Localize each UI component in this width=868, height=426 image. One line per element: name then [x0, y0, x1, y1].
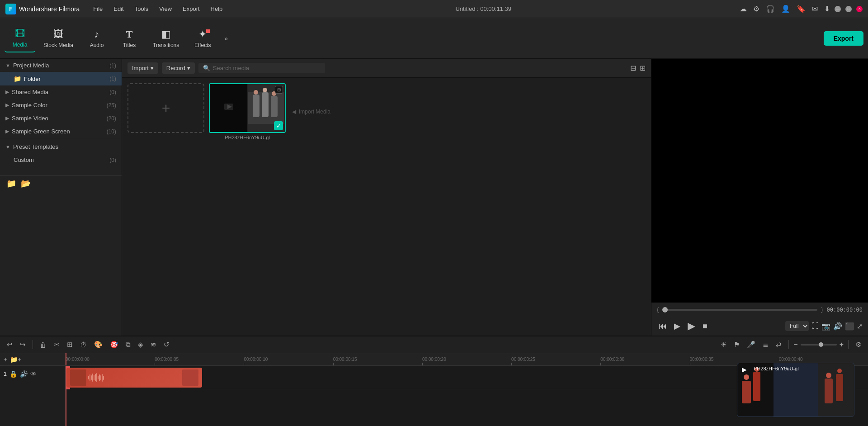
titles-icon: T: [126, 28, 133, 40]
play-button[interactable]: ▶: [672, 319, 682, 333]
audio-track-button[interactable]: ≣: [760, 339, 771, 350]
ruler-tick-1: [155, 363, 155, 365]
menu-view[interactable]: View: [155, 4, 176, 14]
mic-button[interactable]: 🎤: [745, 339, 758, 350]
filter-button[interactable]: ⊟: [630, 64, 636, 72]
step-back-button[interactable]: ⏮: [657, 320, 669, 333]
render-button[interactable]: ⬛: [845, 321, 854, 331]
account-icon[interactable]: 👤: [781, 5, 790, 13]
zoom-slider[interactable]: [801, 344, 837, 346]
retimer-button[interactable]: ↺: [161, 339, 172, 350]
timeline-toolbar: ↩ ↪ 🗑 ✂ ⊞ ⏱ 🎨 🎯 ⧉ ◈ ≋ ↺ ☀ ⚑ 🎤 ≣ ⇄ − + ⚙: [0, 336, 868, 353]
redo-button[interactable]: ↪: [18, 339, 28, 350]
delete-button[interactable]: 🗑: [38, 340, 49, 350]
settings-timeline-button[interactable]: ⚙: [853, 339, 863, 350]
visibility-icon[interactable]: 👁: [30, 370, 37, 378]
audio-button[interactable]: 🔊: [833, 321, 842, 331]
toolbar-stock-media[interactable]: 🖼 Stock Media: [37, 25, 80, 52]
marker-button[interactable]: ⚑: [731, 339, 742, 350]
import-media-placeholder[interactable]: +: [127, 83, 204, 133]
mark-out-icon[interactable]: }: [821, 306, 823, 313]
tree-project-media[interactable]: ▼ Project Media (1): [0, 59, 122, 72]
tree-custom-label: Custom: [14, 156, 34, 163]
toolbar-more-button[interactable]: »: [220, 31, 232, 46]
sun-button[interactable]: ☀: [718, 339, 729, 350]
download-icon[interactable]: ⬇: [824, 5, 830, 13]
mark-in-icon[interactable]: {: [657, 306, 659, 313]
svg-rect-7: [271, 96, 278, 117]
toolbar-effects[interactable]: ✦ Effects: [187, 25, 218, 52]
zoom-in-button[interactable]: +: [840, 341, 844, 349]
cloud-icon[interactable]: ☁: [740, 5, 747, 13]
tree-sample-video[interactable]: ▶ Sample Video (20): [0, 112, 122, 125]
stabilize-button[interactable]: 🎯: [108, 339, 121, 350]
cut-button[interactable]: ✂: [52, 339, 62, 350]
svg-point-13: [744, 374, 749, 380]
menu-export[interactable]: Export: [178, 4, 204, 14]
tree-sample-color-count: (25): [107, 102, 116, 109]
open-folder-button[interactable]: 📂: [21, 179, 31, 189]
list-item[interactable]: ⊞ ✓ PH28zHF6nY9uU-gl: [209, 83, 286, 140]
restore-button[interactable]: □: [845, 6, 852, 12]
tree-shared-media[interactable]: ▶ Shared Media (0): [0, 85, 122, 99]
menu-tools[interactable]: Tools: [130, 4, 153, 14]
main-layout: ▼ Project Media (1) 📁 Folder (1) ▶ Share…: [0, 59, 868, 336]
zoom-out-button[interactable]: −: [793, 341, 797, 349]
bookmark-icon[interactable]: 🔖: [797, 5, 806, 13]
add-folder-track-button[interactable]: 📁+: [10, 356, 21, 363]
close-button[interactable]: ✕: [856, 6, 863, 12]
crop-button[interactable]: ⊞: [65, 339, 75, 350]
quality-select[interactable]: Full 1/2 1/4: [785, 321, 809, 331]
color-button[interactable]: 🎨: [92, 339, 105, 350]
lock-icon[interactable]: 🔒: [9, 370, 17, 378]
ai-button[interactable]: ◈: [136, 339, 146, 350]
tree-folder-label: Folder: [24, 76, 41, 82]
menu-help[interactable]: Help: [206, 4, 227, 14]
record-button[interactable]: Record ▾: [162, 62, 195, 74]
tree-custom[interactable]: Custom (0): [0, 153, 122, 166]
play-forward-button[interactable]: ▶: [686, 318, 697, 334]
screenshot-button[interactable]: 📷: [821, 321, 830, 331]
tree-preset-templates[interactable]: ▼ Preset Templates: [0, 140, 122, 153]
toolbar-transitions[interactable]: ◧ Transitions: [146, 25, 185, 52]
toolbar-media[interactable]: 🎞 Media: [5, 24, 35, 52]
toolbar-titles[interactable]: T Titles: [114, 25, 145, 52]
playhead[interactable]: [66, 353, 66, 365]
new-folder-button[interactable]: 📁: [6, 179, 16, 189]
ruler-mark-3: 00:00:00:15: [333, 357, 422, 365]
add-track-row: + 📁+: [0, 353, 65, 366]
menu-bar: File Edit Tools View Export Help: [89, 4, 227, 14]
mail-icon[interactable]: ✉: [812, 5, 818, 13]
menu-file[interactable]: File: [89, 4, 107, 14]
minimize-button[interactable]: —: [835, 6, 841, 12]
resize-button[interactable]: ⤢: [857, 321, 863, 331]
expand-arrow-sample-green: ▶: [5, 128, 9, 134]
mask-button[interactable]: ⧉: [123, 339, 133, 350]
toolbar-audio[interactable]: ♪ Audio: [81, 25, 112, 52]
speed-button[interactable]: ⏱: [78, 340, 89, 350]
import-button[interactable]: Import ▾: [127, 62, 158, 74]
window-controls: — □ ✕: [835, 6, 863, 12]
wave-bar: [100, 375, 101, 380]
timeline-clip[interactable]: [66, 368, 202, 388]
search-input[interactable]: [213, 65, 321, 71]
split-audio-button[interactable]: ⇄: [774, 339, 784, 350]
audio-stretch-button[interactable]: ≋: [148, 339, 159, 350]
preview-slider-handle[interactable]: [662, 307, 668, 312]
tree-sample-green[interactable]: ▶ Sample Green Screen (10): [0, 125, 122, 138]
headphone-icon[interactable]: 🎧: [766, 5, 775, 13]
fullscreen-button[interactable]: ⛶: [811, 321, 819, 331]
tree-sample-color[interactable]: ▶ Sample Color (25): [0, 99, 122, 112]
grid-view-button[interactable]: ⊞: [640, 64, 646, 72]
settings-icon[interactable]: ⚙: [753, 5, 760, 13]
mute-icon[interactable]: 🔊: [20, 370, 28, 378]
media-toolbar-label: Media: [13, 42, 28, 48]
add-track-button[interactable]: +: [4, 356, 7, 363]
tree-folder[interactable]: 📁 Folder (1): [0, 72, 122, 85]
undo-button[interactable]: ↩: [5, 339, 15, 350]
stop-button[interactable]: ■: [701, 320, 709, 333]
preview-progress-slider[interactable]: [662, 309, 817, 311]
menu-edit[interactable]: Edit: [109, 4, 128, 14]
track-number: 1: [4, 371, 7, 377]
export-button[interactable]: Export: [824, 31, 863, 46]
